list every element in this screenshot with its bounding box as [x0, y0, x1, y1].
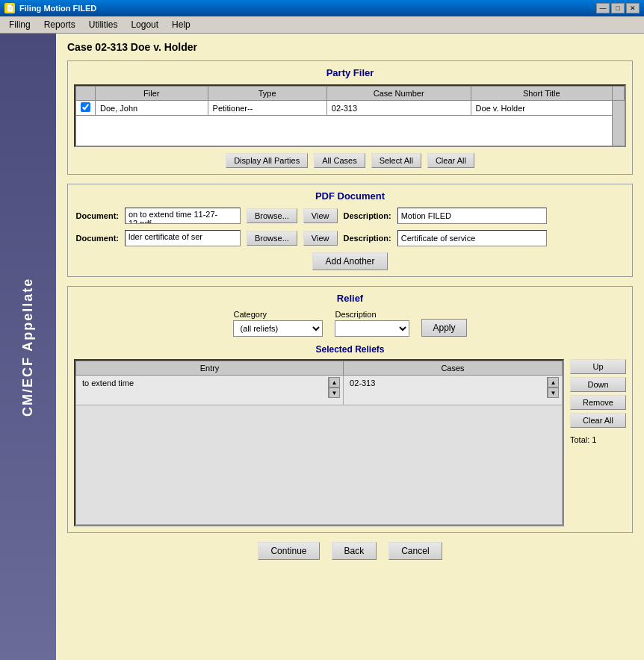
relief-section: Relief Category (all reliefs) Descriptio…	[67, 286, 633, 533]
continue-button[interactable]: Continue	[258, 542, 319, 560]
select-all-button[interactable]: Select All	[371, 153, 421, 168]
entry-scroll-down[interactable]: ▼	[329, 387, 340, 398]
doc-row-2: Document: lder certificate of ser Browse…	[74, 230, 626, 246]
pdf-document-title: PDF Document	[74, 190, 626, 202]
col-entry: Entry	[76, 361, 344, 376]
relief-cases-cell: 02-313	[347, 377, 547, 398]
minimize-button[interactable]: —	[596, 3, 610, 13]
col-type: Type	[208, 87, 326, 101]
sidebar: CM/ECF Appellate	[0, 34, 56, 660]
doc-row-1: Document: on to extend time 11-27-12.pdf…	[74, 208, 626, 224]
type-cell: Petitioner--	[208, 101, 326, 116]
cases-scroll-up[interactable]: ▲	[548, 377, 559, 387]
back-button[interactable]: Back	[332, 542, 377, 560]
close-button[interactable]: ✕	[626, 3, 640, 13]
total-label: Total: 1	[570, 435, 626, 444]
title-bar-icon: 📄	[4, 3, 15, 13]
category-label: Category	[233, 310, 267, 319]
apply-button[interactable]: Apply	[421, 319, 466, 337]
remove-button[interactable]: Remove	[570, 395, 626, 410]
maximize-button[interactable]: □	[611, 3, 625, 13]
case-number-cell: 02-313	[326, 101, 471, 116]
doc1-label: Document:	[74, 211, 119, 220]
title-bar: 📄 Filing Motion FILED — □ ✕	[0, 0, 644, 16]
menu-utilities[interactable]: Utilities	[83, 18, 124, 31]
col-filer: Filer	[96, 87, 208, 101]
display-all-parties-button[interactable]: Display All Parties	[226, 153, 308, 168]
col-cases: Cases	[344, 361, 563, 376]
doc1-input[interactable]: on to extend time 11-27-12.pdf	[125, 208, 241, 224]
doc1-view-button[interactable]: View	[303, 208, 338, 223]
menu-logout[interactable]: Logout	[125, 18, 164, 31]
doc1-desc-input[interactable]	[397, 208, 547, 224]
table-row[interactable]: Doe, John Petitioner-- 02-313 Doe v. Hol…	[76, 101, 625, 116]
doc1-desc-label: Description:	[344, 211, 391, 220]
short-title-cell: Doe v. Holder	[471, 101, 612, 116]
doc2-view-button[interactable]: View	[303, 231, 338, 246]
add-another-button[interactable]: Add Another	[312, 252, 387, 270]
all-cases-button[interactable]: All Cases	[314, 153, 365, 168]
case-title: Case 02-313 Doe v. Holder	[67, 41, 633, 53]
selected-reliefs-title: Selected Reliefs	[74, 344, 626, 355]
doc2-input[interactable]: lder certificate of ser	[125, 230, 241, 246]
doc2-label: Document:	[74, 234, 119, 243]
clear-all-reliefs-button[interactable]: Clear All	[570, 413, 626, 428]
pdf-document-section: PDF Document Document: on to extend time…	[67, 184, 633, 277]
row-checkbox[interactable]	[81, 102, 90, 112]
down-button[interactable]: Down	[570, 377, 626, 392]
cancel-button[interactable]: Cancel	[388, 542, 442, 560]
title-bar-title: Filing Motion FILED	[19, 4, 96, 13]
filer-cell: Doe, John	[96, 101, 208, 116]
relief-row[interactable]: to extend time ▲ ▼ 02-	[76, 376, 563, 405]
description-select[interactable]	[335, 320, 409, 337]
doc2-browse-button[interactable]: Browse...	[247, 231, 297, 246]
doc1-browse-button[interactable]: Browse...	[247, 208, 297, 223]
doc2-desc-input[interactable]	[397, 230, 547, 246]
up-button[interactable]: Up	[570, 359, 626, 374]
party-filer-title: Party Filer	[74, 67, 626, 78]
menu-filing[interactable]: Filing	[3, 18, 37, 31]
menu-bar: Filing Reports Utilities Logout Help	[0, 16, 644, 34]
clear-all-button[interactable]: Clear All	[427, 153, 474, 168]
col-short-title: Short Title	[471, 87, 612, 101]
menu-reports[interactable]: Reports	[38, 18, 81, 31]
category-select[interactable]: (all reliefs)	[233, 320, 323, 337]
relief-title: Relief	[74, 293, 626, 304]
col-case-number: Case Number	[326, 87, 471, 101]
party-filer-section: Party Filer Filer Type Case Number Short…	[67, 60, 633, 175]
entry-scroll-up[interactable]: ▲	[329, 377, 340, 387]
description-label: Description	[335, 310, 376, 319]
content-area: Case 02-313 Doe v. Holder Party Filer Fi…	[56, 34, 644, 660]
relief-entry-cell: to extend time	[79, 377, 328, 398]
cases-scroll-down[interactable]: ▼	[548, 387, 559, 398]
doc2-desc-label: Description:	[344, 234, 391, 243]
menu-help[interactable]: Help	[166, 18, 196, 31]
